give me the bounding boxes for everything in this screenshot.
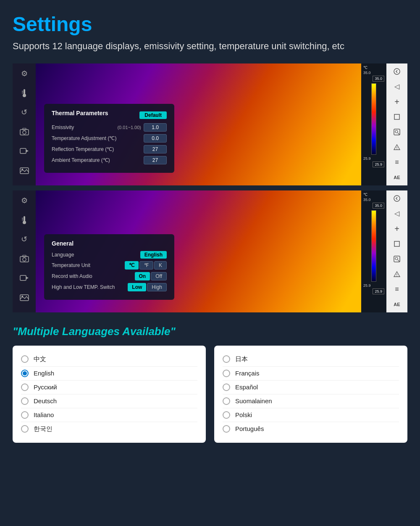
panel-title: Thermal Parameters — [52, 110, 108, 116]
radio-finnish[interactable] — [223, 397, 230, 405]
reflect-temp-row: Reflection Temperature (℃) 27 — [52, 145, 167, 153]
lang-item-polish[interactable]: Polski — [223, 408, 399, 422]
square-icon-2[interactable] — [391, 240, 402, 249]
gallery-icon[interactable] — [18, 164, 30, 176]
record-off-btn[interactable]: Off — [151, 272, 167, 280]
temp-switch-toggle: Low High — [128, 283, 167, 291]
temp-hi-box-1: 35.0 — [373, 76, 384, 82]
temp-unit-toggle: ℃ ℉ K — [125, 261, 167, 270]
unit-celsius-btn[interactable]: ℃ — [125, 261, 139, 270]
triangle-icon-1[interactable]: ◁ — [391, 82, 402, 91]
temp-unit-label-2: ℃ — [363, 193, 368, 197]
lang-item-korean[interactable]: 한국인 — [21, 422, 197, 436]
record-audio-label: Record with Audio — [52, 273, 135, 279]
lang-item-italian[interactable]: Italiano — [21, 408, 197, 422]
settings-icon-2[interactable]: ⚙ — [18, 195, 30, 206]
zoom-icon-1[interactable] — [391, 127, 402, 137]
panel-header-row: Thermal Parameters Default — [52, 110, 167, 121]
ae-icon-1[interactable]: AE — [391, 173, 402, 182]
gallery-icon-2[interactable] — [18, 291, 30, 303]
radio-spanish[interactable] — [223, 383, 230, 391]
ambient-temp-value[interactable]: 27 — [144, 156, 167, 164]
refresh-icon[interactable]: ↺ — [18, 106, 30, 118]
multilang-section: "Multiple Languages Available" 中文 Englis… — [13, 325, 407, 443]
square-icon-1[interactable] — [391, 113, 402, 122]
general-panel: General Language English Temperature Uni… — [44, 234, 174, 300]
svg-point-37 — [396, 275, 397, 276]
radio-polish[interactable] — [223, 411, 230, 419]
left-panel-2: ⚙ ↺ — [13, 190, 36, 312]
zoom-icon-2[interactable] — [391, 254, 402, 264]
radio-german[interactable] — [21, 397, 29, 405]
svg-point-14 — [395, 130, 398, 133]
lang-label-finnish: Suomalainen — [235, 397, 272, 404]
record-on-btn[interactable]: On — [135, 272, 150, 280]
radio-english[interactable] — [21, 370, 29, 377]
video-icon-2[interactable] — [18, 272, 30, 284]
radio-french[interactable] — [223, 370, 230, 377]
temp-adj-value[interactable]: 0.0 — [144, 134, 167, 143]
lang-item-spanish[interactable]: Español — [223, 381, 399, 394]
plus-icon-2[interactable]: + — [391, 224, 402, 234]
lang-item-french[interactable]: Français — [223, 367, 399, 381]
radio-russian[interactable] — [21, 383, 29, 391]
lang-label-chinese: 中文 — [34, 355, 46, 363]
menu-icon-2[interactable]: ≡ — [391, 285, 402, 294]
temp-hi-1: 35.0 — [363, 71, 371, 75]
radio-korean[interactable] — [21, 425, 29, 433]
svg-line-15 — [398, 133, 399, 135]
back-icon-1[interactable] — [391, 67, 402, 76]
radio-italian[interactable] — [21, 411, 29, 419]
svg-rect-12 — [394, 114, 399, 119]
alert-icon-2[interactable] — [391, 270, 402, 279]
unit-kelvin-btn[interactable]: K — [154, 261, 167, 270]
emissivity-value[interactable]: 1.0 — [144, 123, 167, 132]
right-icons-1: ◁ + ≡ AE — [386, 63, 407, 185]
temp-unit-row: Temperature Unit ℃ ℉ K — [52, 261, 167, 270]
settings-icon[interactable]: ⚙ — [18, 68, 30, 79]
radio-chinese[interactable] — [21, 355, 29, 363]
switch-low-btn[interactable]: Low — [128, 283, 146, 291]
refresh-icon-2[interactable]: ↺ — [18, 233, 30, 245]
lang-item-chinese[interactable]: 中文 — [21, 352, 197, 367]
reflect-temp-value[interactable]: 27 — [144, 145, 167, 153]
lang-item-portuguese[interactable]: Português — [223, 422, 399, 436]
unit-fahrenheit-btn[interactable]: ℉ — [139, 261, 153, 270]
temp-lo-2: 25.9 — [363, 283, 371, 288]
lang-label-french: Français — [235, 370, 260, 377]
svg-point-24 — [23, 258, 26, 261]
svg-point-18 — [396, 148, 397, 149]
lang-item-russian[interactable]: Русский — [21, 381, 197, 394]
plus-icon-1[interactable]: + — [391, 97, 402, 107]
alert-icon-1[interactable] — [391, 143, 402, 152]
temperature-icon[interactable] — [18, 87, 30, 99]
ae-icon-2[interactable]: AE — [391, 300, 402, 309]
lang-item-finnish[interactable]: Suomalainen — [223, 394, 399, 408]
camera-icon[interactable] — [18, 126, 30, 137]
menu-icon-1[interactable]: ≡ — [391, 158, 402, 167]
triangle-icon-2[interactable]: ◁ — [391, 209, 402, 218]
temp-switch-row: High and Low TEMP. Switch Low High — [52, 283, 167, 291]
radio-portuguese[interactable] — [223, 425, 230, 433]
lang-label-japanese: 日本 — [235, 355, 248, 363]
svg-point-1 — [23, 94, 26, 97]
page-title: Settings — [13, 13, 407, 36]
default-button[interactable]: Default — [139, 111, 167, 119]
device-screenshots: ⚙ ↺ — [13, 63, 407, 312]
svg-rect-31 — [394, 241, 399, 246]
temp-hi-box-2: 35.0 — [373, 203, 384, 209]
lang-item-english[interactable]: English — [21, 367, 197, 381]
temperature-icon-2[interactable] — [18, 214, 30, 226]
lang-panel-right: 日本 Français Español Suomalainen Polski P… — [214, 346, 407, 443]
language-button[interactable]: English — [140, 251, 167, 259]
lang-item-german[interactable]: Deutsch — [21, 394, 197, 408]
lang-item-japanese[interactable]: 日本 — [223, 352, 399, 367]
video-icon[interactable] — [18, 145, 30, 157]
camera-icon-2[interactable] — [18, 253, 30, 264]
radio-japanese[interactable] — [223, 355, 230, 363]
color-scale-1: ℃ 35.0 35.0 25.9 25.9 — [361, 63, 386, 185]
radio-inner-english — [23, 371, 27, 375]
switch-high-btn[interactable]: High — [147, 283, 167, 291]
back-icon-2[interactable] — [391, 194, 402, 203]
temp-adj-label: Temperature Adjustment (℃) — [52, 135, 144, 141]
